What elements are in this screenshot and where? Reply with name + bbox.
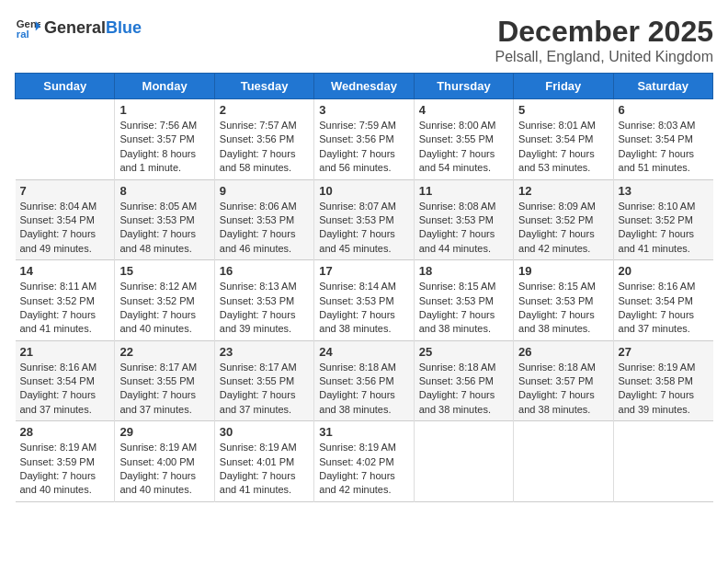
- day-number: 13: [619, 184, 709, 198]
- calendar-week-5: 28Sunrise: 8:19 AM Sunset: 3:59 PM Dayli…: [16, 421, 713, 502]
- day-number: 24: [319, 345, 408, 359]
- day-number: 22: [119, 345, 209, 359]
- day-number: 28: [20, 425, 110, 439]
- cell-content: Sunrise: 8:08 AM Sunset: 3:53 PM Dayligh…: [419, 200, 508, 257]
- calendar-cell: 8Sunrise: 8:05 AM Sunset: 3:53 PM Daylig…: [115, 179, 214, 260]
- day-number: 1: [119, 103, 209, 117]
- calendar-week-1: 1Sunrise: 7:56 AM Sunset: 3:57 PM Daylig…: [16, 99, 713, 180]
- cell-content: Sunrise: 8:19 AM Sunset: 4:01 PM Dayligh…: [220, 441, 309, 498]
- days-of-week-row: SundayMondayTuesdayWednesdayThursdayFrid…: [16, 74, 713, 99]
- logo: Gene ral GeneralBlue: [15, 15, 142, 40]
- day-number: 30: [220, 425, 309, 439]
- day-number: 16: [220, 264, 309, 278]
- calendar-week-3: 14Sunrise: 8:11 AM Sunset: 3:52 PM Dayli…: [16, 260, 713, 341]
- calendar-cell: 5Sunrise: 8:01 AM Sunset: 3:54 PM Daylig…: [514, 99, 613, 180]
- day-number: 31: [319, 425, 408, 439]
- calendar-cell: 25Sunrise: 8:18 AM Sunset: 3:56 PM Dayli…: [414, 340, 513, 421]
- logo-blue-text: Blue: [106, 18, 142, 37]
- calendar-cell: [613, 421, 712, 502]
- calendar-cell: 11Sunrise: 8:08 AM Sunset: 3:53 PM Dayli…: [414, 179, 513, 260]
- day-number: 7: [20, 184, 110, 198]
- day-number: 14: [20, 264, 110, 278]
- day-number: 18: [419, 264, 508, 278]
- cell-content: Sunrise: 8:00 AM Sunset: 3:55 PM Dayligh…: [419, 119, 508, 176]
- cell-content: Sunrise: 8:18 AM Sunset: 3:57 PM Dayligh…: [518, 361, 608, 418]
- logo-icon: Gene ral: [15, 15, 40, 40]
- cell-content: Sunrise: 8:11 AM Sunset: 3:52 PM Dayligh…: [20, 280, 110, 337]
- day-number: 5: [518, 103, 608, 117]
- day-number: 25: [419, 345, 508, 359]
- logo-general-text: General: [44, 18, 106, 37]
- page-header: Gene ral GeneralBlue December 2025 Pelsa…: [15, 15, 713, 65]
- day-header-friday: Friday: [514, 74, 613, 99]
- cell-content: Sunrise: 8:04 AM Sunset: 3:54 PM Dayligh…: [20, 200, 110, 257]
- calendar-cell: 20Sunrise: 8:16 AM Sunset: 3:54 PM Dayli…: [613, 260, 712, 341]
- calendar-cell: 22Sunrise: 8:17 AM Sunset: 3:55 PM Dayli…: [115, 340, 214, 421]
- title-area: December 2025 Pelsall, England, United K…: [495, 15, 713, 65]
- cell-content: Sunrise: 8:15 AM Sunset: 3:53 PM Dayligh…: [518, 280, 608, 337]
- day-number: 29: [119, 425, 209, 439]
- calendar-week-4: 21Sunrise: 8:16 AM Sunset: 3:54 PM Dayli…: [16, 340, 713, 421]
- calendar-cell: 6Sunrise: 8:03 AM Sunset: 3:54 PM Daylig…: [613, 99, 712, 180]
- calendar-cell: 13Sunrise: 8:10 AM Sunset: 3:52 PM Dayli…: [613, 179, 712, 260]
- calendar-cell: 26Sunrise: 8:18 AM Sunset: 3:57 PM Dayli…: [514, 340, 613, 421]
- day-number: 12: [518, 184, 608, 198]
- cell-content: Sunrise: 8:17 AM Sunset: 3:55 PM Dayligh…: [119, 361, 209, 418]
- calendar-cell: 28Sunrise: 8:19 AM Sunset: 3:59 PM Dayli…: [16, 421, 115, 502]
- cell-content: Sunrise: 7:57 AM Sunset: 3:56 PM Dayligh…: [220, 119, 309, 176]
- day-number: 3: [319, 103, 408, 117]
- cell-content: Sunrise: 8:03 AM Sunset: 3:54 PM Dayligh…: [619, 119, 709, 176]
- cell-content: Sunrise: 8:19 AM Sunset: 3:59 PM Dayligh…: [20, 441, 110, 498]
- cell-content: Sunrise: 7:59 AM Sunset: 3:56 PM Dayligh…: [319, 119, 408, 176]
- calendar-cell: 10Sunrise: 8:07 AM Sunset: 3:53 PM Dayli…: [314, 179, 414, 260]
- cell-content: Sunrise: 8:18 AM Sunset: 3:56 PM Dayligh…: [319, 361, 408, 418]
- calendar-cell: 30Sunrise: 8:19 AM Sunset: 4:01 PM Dayli…: [214, 421, 313, 502]
- day-number: 20: [619, 264, 709, 278]
- day-number: 2: [220, 103, 309, 117]
- logo-wordmark: GeneralBlue: [44, 18, 142, 38]
- day-number: 15: [119, 264, 209, 278]
- cell-content: Sunrise: 8:15 AM Sunset: 3:53 PM Dayligh…: [419, 280, 508, 337]
- cell-content: Sunrise: 8:10 AM Sunset: 3:52 PM Dayligh…: [619, 200, 709, 257]
- cell-content: Sunrise: 8:14 AM Sunset: 3:53 PM Dayligh…: [319, 280, 408, 337]
- calendar-cell: 19Sunrise: 8:15 AM Sunset: 3:53 PM Dayli…: [514, 260, 613, 341]
- calendar-cell: 31Sunrise: 8:19 AM Sunset: 4:02 PM Dayli…: [314, 421, 414, 502]
- calendar-cell: 4Sunrise: 8:00 AM Sunset: 3:55 PM Daylig…: [414, 99, 513, 180]
- day-number: 9: [220, 184, 309, 198]
- page-title: December 2025: [495, 15, 713, 49]
- day-number: 17: [319, 264, 408, 278]
- cell-content: Sunrise: 8:12 AM Sunset: 3:52 PM Dayligh…: [119, 280, 209, 337]
- cell-content: Sunrise: 8:19 AM Sunset: 3:58 PM Dayligh…: [619, 361, 709, 418]
- day-number: 26: [518, 345, 608, 359]
- cell-content: Sunrise: 8:16 AM Sunset: 3:54 PM Dayligh…: [619, 280, 709, 337]
- calendar-cell: 14Sunrise: 8:11 AM Sunset: 3:52 PM Dayli…: [16, 260, 115, 341]
- day-number: 6: [619, 103, 709, 117]
- day-header-sunday: Sunday: [16, 74, 115, 99]
- day-number: 8: [119, 184, 209, 198]
- calendar-table: SundayMondayTuesdayWednesdayThursdayFrid…: [15, 73, 713, 502]
- day-header-wednesday: Wednesday: [314, 74, 414, 99]
- calendar-cell: [414, 421, 513, 502]
- cell-content: Sunrise: 8:19 AM Sunset: 4:02 PM Dayligh…: [319, 441, 408, 498]
- calendar-cell: 21Sunrise: 8:16 AM Sunset: 3:54 PM Dayli…: [16, 340, 115, 421]
- calendar-body: 1Sunrise: 7:56 AM Sunset: 3:57 PM Daylig…: [16, 99, 713, 502]
- calendar-cell: [16, 99, 115, 180]
- calendar-cell: 1Sunrise: 7:56 AM Sunset: 3:57 PM Daylig…: [115, 99, 214, 180]
- calendar-cell: 29Sunrise: 8:19 AM Sunset: 4:00 PM Dayli…: [115, 421, 214, 502]
- cell-content: Sunrise: 8:17 AM Sunset: 3:55 PM Dayligh…: [220, 361, 309, 418]
- day-header-monday: Monday: [115, 74, 214, 99]
- calendar-header: SundayMondayTuesdayWednesdayThursdayFrid…: [16, 74, 713, 99]
- cell-content: Sunrise: 8:16 AM Sunset: 3:54 PM Dayligh…: [20, 361, 110, 418]
- calendar-cell: 15Sunrise: 8:12 AM Sunset: 3:52 PM Dayli…: [115, 260, 214, 341]
- day-number: 11: [419, 184, 508, 198]
- day-number: 23: [220, 345, 309, 359]
- calendar-cell: 9Sunrise: 8:06 AM Sunset: 3:53 PM Daylig…: [214, 179, 313, 260]
- day-number: 4: [419, 103, 508, 117]
- calendar-cell: 12Sunrise: 8:09 AM Sunset: 3:52 PM Dayli…: [514, 179, 613, 260]
- cell-content: Sunrise: 8:09 AM Sunset: 3:52 PM Dayligh…: [518, 200, 608, 257]
- cell-content: Sunrise: 8:05 AM Sunset: 3:53 PM Dayligh…: [119, 200, 209, 257]
- cell-content: Sunrise: 8:06 AM Sunset: 3:53 PM Dayligh…: [220, 200, 309, 257]
- svg-text:ral: ral: [17, 29, 29, 40]
- cell-content: Sunrise: 8:13 AM Sunset: 3:53 PM Dayligh…: [220, 280, 309, 337]
- day-header-thursday: Thursday: [414, 74, 513, 99]
